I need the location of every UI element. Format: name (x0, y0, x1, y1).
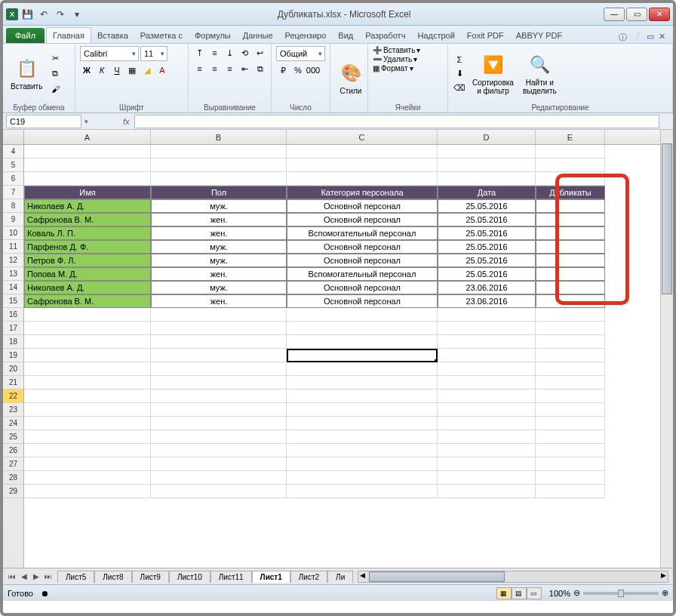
cell-C11[interactable]: Основной персонал (287, 240, 438, 254)
cell-E16[interactable] (536, 308, 605, 322)
ribbon-tab-Вид[interactable]: Вид (332, 28, 359, 43)
paste-button[interactable]: 📋 Вставить (8, 55, 45, 92)
cell-B27[interactable] (151, 457, 287, 471)
cell-D25[interactable] (438, 430, 536, 444)
cell-D21[interactable] (438, 376, 536, 390)
border-icon[interactable]: ▦ (125, 63, 139, 77)
cell-E25[interactable] (536, 430, 605, 444)
cell-C19[interactable] (287, 349, 438, 362)
row-header-8[interactable]: 8 (3, 199, 23, 213)
cell-D26[interactable] (438, 444, 536, 457)
align-left-icon[interactable]: ≡ (193, 62, 207, 75)
cell-B11[interactable]: муж. (151, 240, 287, 254)
ribbon-tab-Формулы[interactable]: Формулы (189, 28, 237, 43)
row-header-20[interactable]: 20 (3, 362, 23, 376)
cell-A9[interactable]: Сафронова В. М. (24, 213, 151, 226)
styles-button[interactable]: 🎨 Стили (335, 60, 367, 97)
orientation-icon[interactable]: ⟲ (238, 46, 252, 60)
cell-B19[interactable] (151, 349, 287, 362)
col-header-A[interactable]: A (24, 130, 151, 144)
underline-button[interactable]: Ч (110, 63, 124, 77)
cell-E18[interactable] (536, 335, 605, 349)
cell-E29[interactable] (536, 485, 605, 498)
merge-icon[interactable]: ⧉ (254, 62, 267, 75)
cell-E4[interactable] (536, 145, 605, 159)
format-painter-icon[interactable]: 🖌 (48, 82, 62, 96)
ribbon-tab-Главная[interactable]: Главная (46, 27, 91, 43)
sheet-tab-Лист9[interactable]: Лист9 (132, 571, 169, 583)
cell-A12[interactable]: Петров Ф. Л. (24, 254, 151, 267)
col-header-C[interactable]: C (287, 130, 438, 144)
sheet-tab-Ли[interactable]: Ли (327, 571, 353, 583)
cell-C25[interactable] (287, 430, 438, 444)
cell-B24[interactable] (151, 417, 287, 430)
cell-A14[interactable]: Николаев А. Д. (24, 281, 151, 294)
cell-E15[interactable] (536, 294, 605, 308)
cell-C26[interactable] (287, 444, 438, 457)
ribbon-tab-Разработч[interactable]: Разработч (359, 28, 411, 43)
cell-D10[interactable]: 25.05.2016 (438, 226, 536, 240)
cell-B12[interactable]: муж. (151, 254, 287, 267)
italic-button[interactable]: К (95, 63, 109, 77)
cell-E6[interactable] (536, 172, 605, 186)
minimize-ribbon-icon[interactable]: ⓘ (619, 32, 627, 43)
minimize-button[interactable]: — (604, 8, 625, 21)
window-restore-icon[interactable]: ▭ (647, 32, 654, 43)
ribbon-tab-Рецензиро[interactable]: Рецензиро (279, 28, 333, 43)
row-header-6[interactable]: 6 (3, 172, 23, 186)
cell-A8[interactable]: Николаев А. Д. (24, 199, 151, 213)
file-tab[interactable]: Файл (6, 28, 45, 43)
cell-C10[interactable]: Вспомогательный персонал (287, 226, 438, 240)
close-button[interactable]: ✕ (649, 8, 670, 21)
cell-A7[interactable]: Имя (24, 186, 151, 199)
cell-A4[interactable] (24, 145, 151, 159)
cell-C9[interactable]: Основной персонал (287, 213, 438, 226)
sort-filter-button[interactable]: 🔽 Сортировка и фильтр (469, 51, 517, 97)
row-header-13[interactable]: 13 (3, 267, 23, 281)
cell-D17[interactable] (438, 322, 536, 335)
currency-icon[interactable]: ₽ (276, 63, 290, 77)
cell-B28[interactable] (151, 471, 287, 485)
delete-cells-button[interactable]: ➖Удалить ▾ (373, 55, 443, 63)
cell-E26[interactable] (536, 444, 605, 457)
cell-C14[interactable]: Основной персонал (287, 281, 438, 294)
zoom-out-icon[interactable]: ⊖ (573, 588, 580, 598)
cell-A27[interactable] (24, 457, 151, 471)
cell-B17[interactable] (151, 322, 287, 335)
sheet-prev-icon[interactable]: ◀ (18, 572, 30, 581)
cell-D13[interactable]: 25.05.2016 (438, 267, 536, 281)
cell-E12[interactable] (536, 254, 605, 267)
row-header-5[interactable]: 5 (3, 159, 23, 172)
clear-icon[interactable]: ⌫ (453, 82, 466, 95)
cell-E11[interactable] (536, 240, 605, 254)
cell-E9[interactable] (536, 213, 605, 226)
cell-C23[interactable] (287, 403, 438, 417)
cell-B5[interactable] (151, 159, 287, 172)
cell-A13[interactable]: Попова М. Д. (24, 267, 151, 281)
cell-E7[interactable]: Дубликаты (536, 186, 605, 199)
cell-A5[interactable] (24, 159, 151, 172)
scroll-left-icon[interactable]: ◀ (360, 571, 365, 579)
cell-A25[interactable] (24, 430, 151, 444)
cell-D27[interactable] (438, 457, 536, 471)
cell-D9[interactable]: 25.05.2016 (438, 213, 536, 226)
cell-B10[interactable]: жен. (151, 226, 287, 240)
zoom-in-icon[interactable]: ⊕ (662, 588, 668, 598)
cell-A20[interactable] (24, 362, 151, 376)
formula-input[interactable] (134, 115, 659, 128)
cell-B23[interactable] (151, 403, 287, 417)
cut-icon[interactable]: ✂ (48, 52, 62, 66)
row-header-26[interactable]: 26 (3, 444, 23, 457)
maximize-button[interactable]: ▭ (626, 8, 647, 21)
cell-E24[interactable] (536, 417, 605, 430)
cell-E14[interactable] (536, 281, 605, 294)
cell-B16[interactable] (151, 308, 287, 322)
fill-color-icon[interactable]: ◢ (140, 63, 154, 77)
cell-E13[interactable] (536, 267, 605, 281)
cell-C12[interactable]: Основной персонал (287, 254, 438, 267)
cell-A29[interactable] (24, 485, 151, 498)
name-box-dropdown-icon[interactable]: ▾ (84, 118, 88, 125)
col-header-B[interactable]: B (151, 130, 287, 144)
cell-B13[interactable]: жен. (151, 267, 287, 281)
row-header-4[interactable]: 4 (3, 145, 23, 159)
